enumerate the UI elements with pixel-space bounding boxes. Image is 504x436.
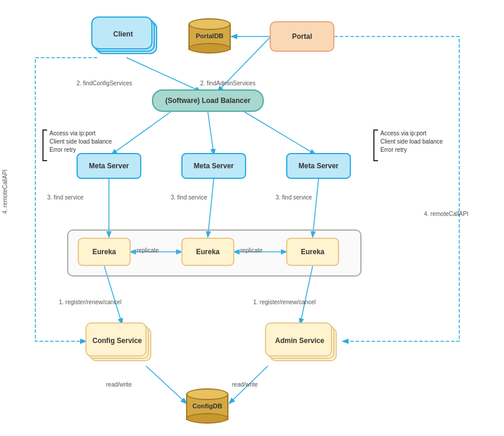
svg-line-13 [146, 366, 186, 403]
svg-line-8 [313, 179, 319, 237]
eureka-3: Eureka [286, 238, 339, 266]
svg-line-5 [244, 112, 315, 154]
right-ann-line3: Error retry [380, 146, 443, 154]
right-annotation: Access via ip:port Client side load bala… [380, 129, 443, 154]
configdb-label: ConfigDB [186, 388, 228, 424]
meta3-label: Meta Server [299, 162, 339, 170]
eureka-1: Eureka [78, 238, 131, 266]
svg-line-4 [208, 112, 214, 154]
admin-label: Admin Service [266, 324, 333, 358]
eureka2-label: Eureka [196, 248, 220, 256]
read-write-right-label: read/write [232, 381, 258, 388]
admin-service-node: Admin Service [265, 322, 341, 366]
read-write-left-label: read/write [106, 381, 132, 388]
eureka1-label: Eureka [92, 248, 116, 256]
meta-server-1: Meta Server [77, 153, 141, 179]
left-annotation: Access via ip:port Client side load bala… [49, 129, 112, 154]
register-left-label: 1. register/renew/cancel [59, 299, 121, 305]
diagram-container: Client Portal PortalDB (Software) Load B… [0, 0, 504, 436]
svg-line-7 [208, 179, 214, 237]
replicate-1-label: replicate [137, 247, 159, 254]
arrows-layer [0, 0, 504, 436]
find-admin-label: 2. findAdminServices [200, 80, 256, 86]
right-ann-line2: Client side load balance [380, 138, 443, 146]
meta-server-3: Meta Server [286, 153, 351, 179]
portal-label: Portal [292, 32, 312, 41]
client-label: Client [92, 18, 154, 51]
find-service-2-label: 3. find service [171, 194, 207, 201]
find-config-label: 2. findConfigServices [77, 80, 132, 86]
remote-call-right-label: 4. remoteCallAPI [424, 211, 469, 217]
left-bracket [42, 129, 47, 161]
client-node: Client [91, 16, 162, 58]
portal-node: Portal [270, 21, 334, 52]
configdb-node: ConfigDB [186, 388, 228, 424]
register-right-label: 1. register/renew/cancel [253, 299, 316, 305]
eureka-2: Eureka [181, 238, 234, 266]
left-ann-line2: Client side load balance [49, 138, 112, 146]
remote-call-left-label: 4. remoteCallAPI [2, 169, 8, 214]
config-service-node: Config Service [85, 322, 156, 366]
replicate-2-label: replicate [240, 247, 263, 254]
meta2-label: Meta Server [194, 162, 234, 170]
right-ann-line1: Access via ip:port [380, 129, 443, 138]
config-label: Config Service [87, 324, 148, 358]
svg-line-0 [127, 58, 200, 91]
loadbalancer-label: (Software) Load Balancer [165, 96, 251, 105]
left-ann-line1: Access via ip:port [49, 129, 112, 138]
meta-server-2: Meta Server [181, 153, 246, 179]
svg-line-3 [112, 112, 171, 154]
find-service-1-label: 3. find service [47, 194, 84, 201]
find-service-3-label: 3. find service [276, 194, 312, 201]
meta1-label: Meta Server [89, 162, 129, 170]
right-bracket [373, 129, 378, 161]
portaldb-node: PortalDB [188, 19, 231, 53]
loadbalancer-node: (Software) Load Balancer [152, 89, 264, 112]
left-ann-line3: Error retry [49, 146, 112, 154]
eureka3-label: Eureka [301, 248, 324, 256]
portaldb-label: PortalDB [188, 18, 231, 54]
